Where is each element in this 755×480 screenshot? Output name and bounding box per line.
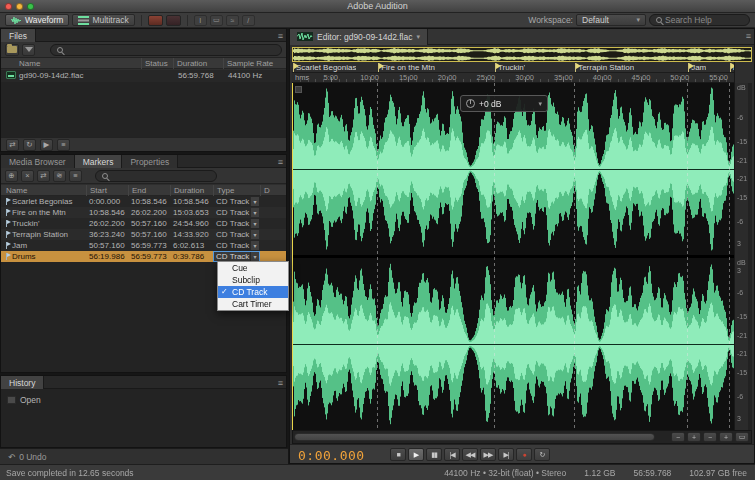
tab-files[interactable]: Files [1, 29, 36, 42]
zoom-full-button[interactable]: ▭ [735, 432, 749, 442]
column-header-type[interactable]: Type [213, 185, 260, 196]
marker-type-combo[interactable]: CD Track▾ [213, 196, 260, 207]
marker-row[interactable]: Truckin' 26:02.200 50:57.160 24:54.960 C… [1, 218, 286, 229]
import-file-button[interactable] [22, 44, 35, 56]
overview-range-box[interactable] [292, 47, 752, 62]
marker-flag[interactable]: Jam [688, 63, 706, 72]
time-display[interactable]: 0:00.000 [298, 448, 365, 463]
column-header-name[interactable]: Name [1, 58, 141, 69]
tab-media-browser[interactable]: Media Browser [1, 155, 75, 168]
close-button[interactable] [5, 3, 12, 10]
delete-marker-button[interactable]: × [21, 170, 34, 182]
play-button[interactable]: ▶ [408, 448, 424, 461]
panel-menu-icon[interactable]: ≡ [278, 155, 283, 168]
marker-flag-icon [6, 253, 7, 260]
marker-row[interactable]: Fire on the Mtn 10:58.546 26:02.200 15:0… [1, 207, 286, 218]
left-column: Files ≡ Name Status Duration Sample Rate [0, 28, 288, 464]
volume-hud[interactable]: +0 dB ▾ [460, 95, 548, 112]
brush-tool-button[interactable]: / [242, 15, 255, 26]
marker-row[interactable]: Scarlet Begonias 0:00.000 10:58.546 10:5… [1, 196, 286, 207]
open-file-button[interactable] [5, 44, 19, 56]
column-header-name[interactable]: Name [1, 185, 86, 196]
zoom-in-vertical-button[interactable]: + [719, 432, 733, 442]
column-header-status[interactable]: Status [141, 58, 173, 69]
marker-flag[interactable]: Truckin' [495, 63, 525, 72]
marker-type-combo[interactable]: CD Track▾ [213, 218, 260, 229]
search-icon [102, 173, 108, 179]
multitrack-view-button[interactable]: Multitrack [72, 14, 134, 26]
spectral-pitch-button[interactable] [166, 15, 181, 26]
vertical-zoom-strip[interactable] [748, 83, 752, 430]
horizontal-scrollbar[interactable]: −+−+▭ [292, 430, 752, 444]
stop-button[interactable]: ■ [390, 448, 406, 461]
help-search-input[interactable] [665, 15, 743, 25]
waveform-view-button[interactable]: Waveform [5, 14, 69, 26]
ruler-minor-tick [308, 79, 309, 82]
marker-row[interactable]: Jam 50:57.160 56:59.773 6:02.613 CD Trac… [1, 240, 286, 251]
waveform-display[interactable]: +0 dB ▾ [292, 83, 734, 430]
column-header-sample-rate[interactable]: Sample Rate [223, 58, 286, 69]
column-header-duration[interactable]: Duration [173, 58, 223, 69]
chevron-down-icon: ▾ [636, 16, 640, 24]
maximize-button[interactable] [27, 3, 34, 10]
column-header-duration[interactable]: Duration [170, 185, 213, 196]
insert-into-multitrack-button[interactable]: ⇄ [6, 139, 19, 151]
preview-toggle-icon[interactable] [295, 86, 302, 93]
markers-search-input[interactable] [111, 171, 210, 181]
menu-item-cue[interactable]: Cue [218, 262, 288, 274]
skip-forward-button[interactable]: ▶| [498, 448, 514, 461]
menu-item-cart-timer[interactable]: Cart Timer [218, 298, 288, 310]
marker-options-button[interactable]: ≡ [69, 170, 82, 182]
minimize-button[interactable] [16, 3, 23, 10]
tab-editor[interactable]: Editor: gd90-09-14d2.flac ▾ [290, 29, 428, 45]
marker-type-combo[interactable]: CD Track▾ [213, 207, 260, 218]
rewind-button[interactable]: ◀◀ [462, 448, 478, 461]
spectral-frequency-button[interactable] [148, 15, 163, 26]
files-search-input[interactable] [66, 45, 275, 55]
panel-menu-icon[interactable]: ≡ [746, 29, 751, 42]
marquee-tool-button[interactable]: ▭ [210, 15, 223, 26]
marker-flag[interactable]: Scarlet Begonias [293, 63, 356, 72]
file-row[interactable]: gd90-09-14d2.flac 56:59.768 44100 Hz [1, 70, 286, 82]
zoom-in-horizontal-button[interactable]: + [687, 432, 701, 442]
files-options-button[interactable]: ≡ [57, 139, 70, 151]
playhead[interactable] [292, 83, 293, 430]
marker-type-combo[interactable]: CD Track▾ [213, 240, 260, 251]
column-header-description[interactable]: D [260, 185, 286, 196]
merge-markers-button[interactable]: ⇄ [37, 170, 50, 182]
menu-item-cd-track[interactable]: ✓ CD Track [218, 286, 288, 298]
db-ruler[interactable]: dB3-6-6-15-15-21-21dB33-6-6-15-15-21-21 [734, 83, 752, 430]
time-selection-tool-button[interactable]: I [194, 15, 207, 26]
auto-play-button[interactable]: ▶ [40, 139, 53, 151]
loop-playback-button[interactable]: ↻ [23, 139, 36, 151]
fast-forward-button[interactable]: ▶▶ [480, 448, 496, 461]
time-ruler[interactable]: hms 5:0010:0015:0020:0025:0030:0035:0040… [292, 73, 734, 83]
overview-strip[interactable] [292, 47, 752, 62]
marker-row[interactable]: Terrapin Station 36:23.240 50:57.160 14:… [1, 229, 286, 240]
marker-type-combo[interactable]: CD Track▾ [213, 229, 260, 240]
volume-knob-icon[interactable] [466, 99, 475, 108]
export-markers-button[interactable]: ≋ [53, 170, 66, 182]
marker-flag[interactable]: Fire on the Mtn [378, 63, 435, 72]
marker-lane[interactable]: Scarlet BegoniasFire on the MtnTruckin'T… [292, 62, 734, 73]
skip-back-button[interactable]: |◀ [444, 448, 460, 461]
zoom-out-horizontal-button[interactable]: − [671, 432, 685, 442]
column-header-start[interactable]: Start [86, 185, 128, 196]
zoom-out-vertical-button[interactable]: − [703, 432, 717, 442]
scrollbar-handle[interactable] [294, 433, 655, 441]
menu-item-subclip[interactable]: Subclip [218, 274, 288, 286]
marker-flag[interactable]: Terrapin Station [575, 63, 634, 72]
tab-history[interactable]: History [1, 376, 44, 389]
pause-button[interactable]: ▮▮ [426, 448, 442, 461]
history-item-open[interactable]: Open [1, 394, 286, 406]
tab-markers[interactable]: Markers [75, 155, 123, 168]
tab-properties[interactable]: Properties [122, 155, 178, 168]
panel-menu-icon[interactable]: ≡ [278, 376, 283, 389]
loop-button[interactable]: ↻ [534, 448, 550, 461]
column-header-end[interactable]: End [128, 185, 170, 196]
workspace-dropdown[interactable]: Default ▾ [576, 14, 646, 26]
lasso-tool-button[interactable]: ≈ [226, 15, 239, 26]
record-button[interactable]: ● [516, 448, 532, 461]
add-marker-button[interactable]: ⊕ [5, 170, 18, 182]
panel-menu-icon[interactable]: ≡ [278, 29, 283, 42]
